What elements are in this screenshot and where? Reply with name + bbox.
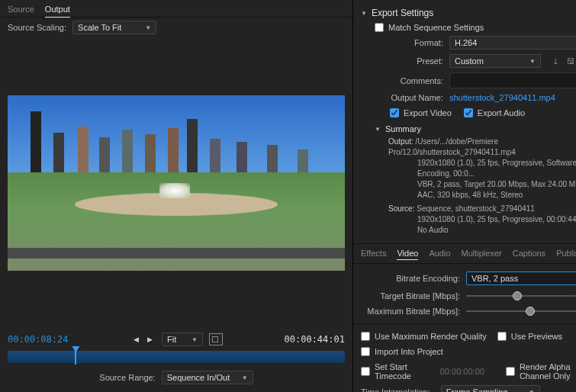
source-scaling-label: Source Scaling:	[8, 23, 66, 32]
max-render-quality-checkbox[interactable]: Use Maximum Render Quality	[361, 330, 487, 342]
summary-output-res: 1920x1080 (1.0), 25 fps, Progressive, So…	[388, 158, 576, 179]
crop-icon[interactable]	[209, 333, 223, 345]
time-interp-label: Time Interpolation:	[361, 387, 430, 392]
format-label: Format:	[375, 38, 443, 47]
video-preview[interactable]	[8, 95, 345, 271]
zoom-select[interactable]: Fit ▼	[162, 333, 203, 346]
preset-value: Custom	[455, 56, 484, 66]
use-previews-checkbox[interactable]: Use Previews	[497, 330, 562, 342]
chevron-down-icon: ▼	[529, 58, 536, 65]
save-preset-icon[interactable]: ⤓	[550, 56, 561, 66]
slider-thumb[interactable]	[526, 307, 535, 316]
tab-effects[interactable]: Effects	[361, 247, 386, 260]
export-audio-label: Export Audio	[478, 108, 525, 117]
summary-source-audio: No Audio	[388, 225, 576, 236]
export-video-label: Export Video	[404, 108, 452, 117]
timeline-scrubber[interactable]	[8, 351, 345, 363]
render-alpha-label: Render Alpha Channel Only	[520, 362, 576, 381]
match-sequence-input[interactable]	[375, 23, 384, 32]
export-audio-checkbox[interactable]: Export Audio	[464, 107, 525, 119]
bitrate-encoding-label: Bitrate Encoding:	[361, 274, 460, 283]
source-scaling-row: Source Scaling: Scale To Fit ▼	[0, 18, 352, 37]
chevron-down-icon: ▼	[242, 374, 248, 381]
preset-select[interactable]: Custom ▼	[449, 54, 541, 68]
max-render-quality-input[interactable]	[361, 332, 370, 341]
target-bitrate-label: Target Bitrate [Mbps]:	[361, 291, 460, 300]
render-alpha-checkbox[interactable]: Render Alpha Channel Only	[506, 361, 576, 382]
tab-output[interactable]: Output	[45, 3, 70, 17]
tab-captions[interactable]: Captions	[513, 247, 545, 260]
bitrate-encoding-select[interactable]: VBR, 2 pass ▼	[466, 272, 576, 285]
source-scaling-value: Scale To Fit	[78, 23, 121, 32]
slider-thumb[interactable]	[513, 291, 522, 300]
summary-body: Output: /Users/.../dobe/Premiere Pro/12.…	[375, 137, 576, 236]
zoom-value: Fit	[167, 335, 176, 344]
comments-label: Comments:	[375, 76, 443, 85]
chevron-down-icon: ▼	[191, 336, 198, 343]
step-back-icon[interactable]: ◀	[130, 334, 142, 345]
tab-audio[interactable]: Audio	[429, 247, 450, 260]
playhead[interactable]	[75, 349, 76, 365]
disclosure-arrow-icon: ▼	[375, 126, 381, 133]
time-interp-select[interactable]: Frame Sampling ▼	[441, 385, 540, 392]
step-fwd-icon[interactable]: ▶	[143, 334, 156, 345]
summary-source-res: 1920x1080 (1.0), 25 fps, Progressive, 00…	[388, 214, 576, 225]
summary-title: Summary	[385, 124, 421, 133]
max-render-quality-label: Use Maximum Render Quality	[375, 332, 487, 341]
start-timecode-label: Set Start Timecode	[375, 362, 430, 381]
target-bitrate-slider[interactable]	[466, 295, 576, 297]
preset-label: Preset:	[375, 56, 443, 66]
import-preset-icon[interactable]: 🖫	[565, 56, 576, 66]
use-previews-label: Use Previews	[511, 332, 562, 341]
import-project-input[interactable]	[361, 347, 370, 356]
comments-input[interactable]	[449, 72, 576, 88]
export-audio-input[interactable]	[464, 108, 473, 117]
start-timecode-input[interactable]	[361, 367, 370, 376]
source-range-value: Sequence In/Out	[167, 373, 230, 382]
import-project-label: Import Into Project	[375, 347, 443, 356]
export-panel: ▼ Export Settings Match Sequence Setting…	[353, 0, 576, 392]
duration-timecode: 00:00:44:01	[285, 334, 345, 345]
tab-video[interactable]: Video	[397, 247, 418, 260]
output-name-link[interactable]: shutterstock_27940411.mp4	[449, 93, 576, 102]
summary-output-label: Output:	[388, 137, 413, 146]
effect-tabs: Effects Video Audio Multiplexer Captions…	[353, 243, 576, 264]
tab-multiplexer[interactable]: Multiplexer	[462, 247, 502, 260]
chevron-down-icon: ▼	[529, 389, 535, 393]
preview-area	[0, 37, 352, 328]
summary-output-audio: AAC, 320 kbps, 48 kHz, Stereo	[388, 190, 576, 201]
disclosure-arrow-icon: ▼	[361, 10, 367, 17]
match-sequence-label: Match Sequence Settings	[388, 23, 484, 32]
preview-tabs: Source Output	[0, 0, 352, 18]
format-value: H.264	[455, 38, 477, 47]
tab-publish[interactable]: Publish	[556, 247, 576, 260]
source-range-label: Source Range:	[99, 373, 155, 382]
chevron-down-icon: ▼	[145, 24, 151, 31]
timebar: 00:00:08:24 ◀ ▶ Fit ▼ 00:00:44:01 Source…	[0, 328, 352, 392]
current-timecode[interactable]: 00:00:08:24	[8, 334, 68, 345]
max-bitrate-label: Maximum Bitrate [Mbps]:	[361, 307, 460, 316]
export-video-input[interactable]	[390, 108, 399, 117]
start-timecode-checkbox[interactable]: Set Start Timecode	[361, 361, 430, 382]
source-range-select[interactable]: Sequence In/Out ▼	[162, 371, 253, 384]
format-select[interactable]: H.264 ▼	[449, 36, 576, 50]
export-settings-title: Export Settings	[372, 8, 433, 18]
video-settings: Bitrate Encoding: VBR, 2 pass ▼ Target B…	[353, 264, 576, 323]
import-project-checkbox[interactable]: Import Into Project	[361, 345, 443, 358]
max-bitrate-slider[interactable]	[466, 310, 576, 312]
summary-output-bitrate: VBR, 2 pass, Target 20.00 Mbps, Max 24.0…	[388, 179, 576, 190]
summary-header[interactable]: ▼ Summary	[375, 121, 576, 137]
export-video-checkbox[interactable]: Export Video	[390, 107, 452, 119]
match-sequence-checkbox[interactable]: Match Sequence Settings	[375, 21, 576, 34]
render-alpha-input[interactable]	[506, 367, 515, 376]
play-controls: ◀ ▶ Fit ▼	[130, 333, 223, 346]
export-settings-header[interactable]: ▼ Export Settings	[361, 5, 576, 21]
time-interp-value: Frame Sampling	[446, 387, 508, 392]
bitrate-encoding-value: VBR, 2 pass	[471, 274, 518, 283]
use-previews-input[interactable]	[497, 332, 507, 341]
bottom-panel: Use Maximum Render Quality Use Previews …	[353, 323, 576, 392]
output-name-label: Output Name:	[375, 93, 443, 102]
summary-source-seq: Sequence, shutterstock_27940411	[417, 204, 535, 213]
tab-source[interactable]: Source	[8, 3, 34, 17]
source-scaling-select[interactable]: Scale To Fit ▼	[72, 21, 156, 34]
